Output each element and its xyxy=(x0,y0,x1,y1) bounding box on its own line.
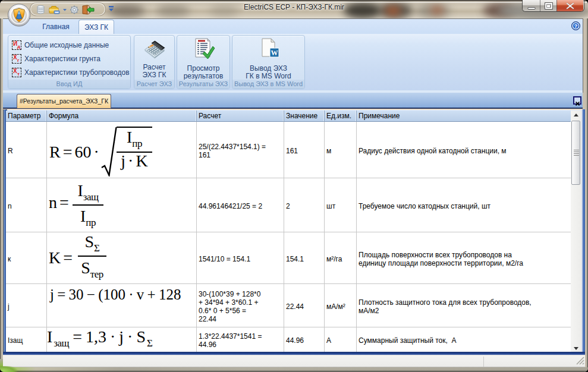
svg-text:?: ? xyxy=(574,23,578,29)
svg-text:W: W xyxy=(271,49,278,57)
